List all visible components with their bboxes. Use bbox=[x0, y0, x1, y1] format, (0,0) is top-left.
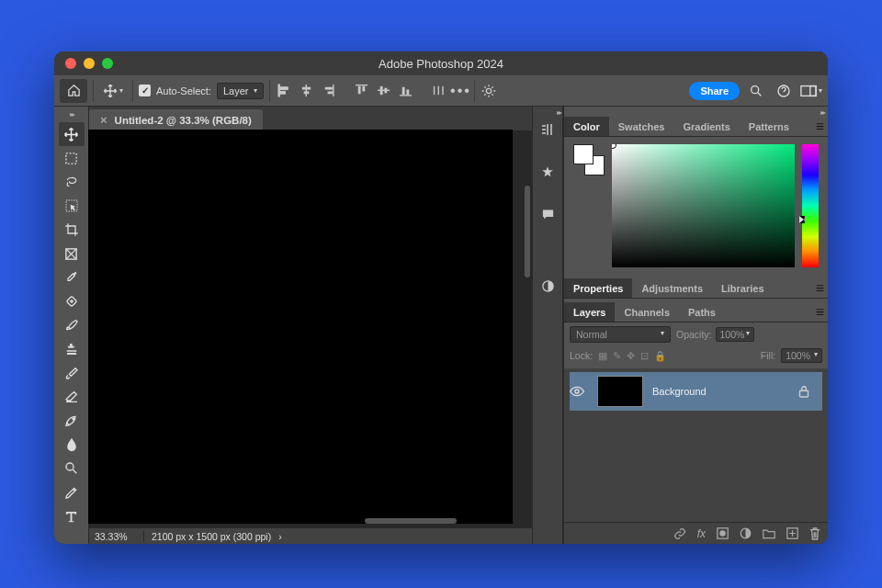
crop-tool[interactable] bbox=[59, 218, 85, 242]
tab-channels[interactable]: Channels bbox=[615, 302, 679, 322]
object-select-tool[interactable] bbox=[59, 194, 85, 218]
marquee-tool[interactable] bbox=[59, 146, 85, 170]
history-brush-tool[interactable] bbox=[59, 361, 85, 385]
tab-paths[interactable]: Paths bbox=[679, 302, 725, 322]
clone-stamp-tool[interactable] bbox=[59, 337, 85, 361]
lock-position-icon[interactable]: ✥ bbox=[627, 350, 635, 362]
document-tab[interactable]: × Untitled-2 @ 33.3% (RGB/8) bbox=[89, 109, 263, 130]
hue-slider-thumb[interactable] bbox=[799, 216, 805, 223]
visibility-toggle[interactable] bbox=[570, 386, 597, 397]
frame-tool[interactable] bbox=[59, 242, 85, 266]
foreground-color-swatch[interactable] bbox=[573, 144, 594, 164]
auto-select-checkbox[interactable] bbox=[139, 85, 151, 96]
horizontal-scrollbar[interactable] bbox=[365, 518, 457, 524]
tab-properties[interactable]: Properties bbox=[564, 278, 632, 298]
share-button[interactable]: Share bbox=[689, 82, 740, 100]
hue-slider[interactable] bbox=[802, 144, 819, 267]
search-button[interactable] bbox=[745, 80, 767, 102]
spot-heal-tool[interactable] bbox=[59, 289, 85, 313]
color-field[interactable] bbox=[612, 144, 795, 267]
opacity-input[interactable]: 100% ▾ bbox=[716, 327, 754, 342]
tab-layers[interactable]: Layers bbox=[564, 302, 615, 322]
lock-icon bbox=[798, 385, 809, 398]
bars-icon[interactable] bbox=[537, 119, 558, 140]
tool-preset-picker[interactable]: ▾ bbox=[99, 84, 127, 98]
fill-input[interactable]: 100% ▾ bbox=[781, 348, 822, 363]
dodge-tool[interactable] bbox=[59, 457, 85, 481]
opacity-control: Opacity: 100% ▾ bbox=[676, 327, 754, 342]
close-window-button[interactable] bbox=[65, 58, 76, 69]
blend-mode-select[interactable]: Normal ▾ bbox=[570, 326, 671, 343]
tab-gradients[interactable]: Gradients bbox=[673, 117, 739, 136]
lock-brush-icon[interactable]: ✎ bbox=[613, 350, 621, 362]
more-options-button[interactable]: ••• bbox=[452, 83, 469, 99]
lock-artboard-icon[interactable]: ⊡ bbox=[640, 350, 649, 362]
new-layer-icon[interactable] bbox=[786, 527, 798, 539]
3d-mode-button[interactable] bbox=[481, 83, 497, 99]
auto-select-target-select[interactable]: Layer ▾ bbox=[217, 83, 265, 99]
canvas-viewport[interactable] bbox=[89, 130, 532, 527]
gradient-tool[interactable] bbox=[59, 409, 85, 433]
svg-rect-26 bbox=[66, 153, 76, 163]
lasso-tool[interactable] bbox=[59, 170, 85, 194]
zoom-window-button[interactable] bbox=[102, 58, 113, 69]
tab-patterns[interactable]: Patterns bbox=[740, 117, 798, 136]
svg-rect-13 bbox=[380, 86, 383, 95]
star-icon[interactable] bbox=[537, 162, 558, 182]
align-left-edges-button[interactable] bbox=[276, 83, 292, 99]
foreground-background-swatch[interactable] bbox=[573, 144, 605, 175]
workspace-switcher[interactable]: ▾ bbox=[800, 80, 822, 102]
close-tab-icon[interactable]: × bbox=[100, 113, 107, 127]
lock-all-icon[interactable]: 🔒 bbox=[654, 350, 666, 362]
lock-pixels-icon[interactable]: ▦ bbox=[598, 350, 607, 362]
panel-menu-icon[interactable]: ≡ bbox=[816, 119, 824, 135]
status-bar: 33.33% 2100 px x 1500 px (300 ppi) › bbox=[89, 527, 532, 544]
distribute-horizontal-button[interactable] bbox=[430, 83, 447, 99]
vertical-scrollbar[interactable] bbox=[525, 186, 530, 277]
blur-tool[interactable] bbox=[59, 433, 85, 457]
adjust-icon[interactable] bbox=[537, 276, 558, 296]
align-vertical-centers-button[interactable] bbox=[375, 83, 391, 99]
home-button[interactable] bbox=[60, 79, 87, 103]
delete-layer-icon[interactable] bbox=[809, 527, 820, 540]
layer-options-row: Normal ▾ Opacity: 100% ▾ bbox=[564, 322, 828, 346]
layer-lock-icon[interactable] bbox=[798, 385, 822, 398]
align-right-edges-button[interactable] bbox=[320, 83, 336, 99]
adjustment-layer-icon[interactable] bbox=[740, 527, 752, 539]
eraser-tool[interactable] bbox=[59, 385, 85, 409]
layer-thumbnail[interactable] bbox=[597, 376, 643, 407]
panel-menu-icon[interactable]: ≡ bbox=[816, 280, 824, 297]
move-tool[interactable] bbox=[59, 122, 85, 146]
zoom-level[interactable]: 33.33% bbox=[89, 531, 144, 542]
align-top-edges-button[interactable] bbox=[353, 83, 369, 99]
eyedropper-tool[interactable] bbox=[59, 266, 85, 289]
comment-icon[interactable] bbox=[537, 204, 558, 224]
layer-name[interactable]: Background bbox=[652, 386, 798, 397]
new-group-icon[interactable] bbox=[763, 528, 775, 539]
type-tool[interactable] bbox=[59, 504, 85, 528]
expand-tools-button[interactable]: ▸▸ bbox=[70, 110, 74, 119]
tab-adjustments[interactable]: Adjustments bbox=[632, 278, 712, 298]
canvas[interactable] bbox=[89, 130, 512, 523]
link-layers-icon[interactable] bbox=[673, 527, 686, 540]
brush-tool[interactable] bbox=[59, 313, 85, 337]
color-panel-tabs: Color Swatches Gradients Patterns ≡ bbox=[564, 117, 828, 137]
collapse-panels-button[interactable]: ▸▸ bbox=[564, 107, 828, 117]
expand-panels-button[interactable]: ▸▸ bbox=[557, 108, 560, 117]
document-dimensions[interactable]: 2100 px x 1500 px (300 ppi) › bbox=[144, 531, 289, 542]
pen-tool[interactable] bbox=[59, 481, 85, 504]
svg-rect-34 bbox=[800, 390, 808, 397]
tab-libraries[interactable]: Libraries bbox=[712, 278, 773, 298]
layer-style-icon[interactable]: fx bbox=[697, 527, 706, 540]
tab-color[interactable]: Color bbox=[564, 117, 609, 136]
layers-panel-footer: fx bbox=[564, 522, 828, 544]
minimize-window-button[interactable] bbox=[84, 58, 95, 69]
tab-swatches[interactable]: Swatches bbox=[609, 117, 674, 136]
chevron-down-icon: ▾ bbox=[119, 86, 123, 95]
align-horizontal-centers-button[interactable] bbox=[298, 83, 314, 99]
align-bottom-edges-button[interactable] bbox=[397, 83, 413, 99]
layer-mask-icon[interactable] bbox=[717, 527, 729, 539]
help-button[interactable] bbox=[773, 80, 795, 102]
layer-row[interactable]: Background bbox=[570, 372, 822, 411]
panel-menu-icon[interactable]: ≡ bbox=[816, 304, 824, 321]
